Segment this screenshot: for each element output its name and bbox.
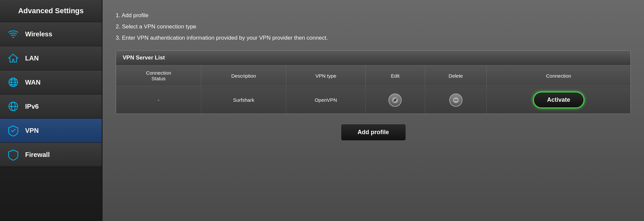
sidebar-item-label-firewall: Firewall xyxy=(25,151,50,159)
instruction-2: 2. Select a VPN connection type xyxy=(116,21,631,32)
cell-delete xyxy=(425,86,487,114)
add-profile-button[interactable]: Add profile xyxy=(341,124,406,141)
table-header-row: ConnectionStatus Description VPN type Ed… xyxy=(116,65,630,86)
cell-vpn-type: OpenVPN xyxy=(286,86,366,114)
table-row: - Surfshark OpenVPN xyxy=(116,86,630,114)
svg-point-0 xyxy=(13,37,14,38)
sidebar-item-label-wireless: Wireless xyxy=(25,30,52,38)
sidebar-item-vpn[interactable]: VPN xyxy=(0,119,102,143)
sidebar: Advanced Settings Wireless LAN xyxy=(0,0,102,221)
sidebar-item-label-wan: WAN xyxy=(25,79,41,86)
sidebar-item-lan[interactable]: LAN xyxy=(0,46,102,70)
svg-text:6: 6 xyxy=(11,105,13,108)
col-edit: Edit xyxy=(366,65,425,86)
activate-wrapper: Activate xyxy=(493,92,624,108)
col-description: Description xyxy=(201,65,286,86)
vpn-table-title: VPN Server List xyxy=(116,51,630,65)
sidebar-item-label-vpn: VPN xyxy=(25,127,39,134)
vpn-icon xyxy=(7,124,20,137)
sidebar-item-label-ipv6: IPv6 xyxy=(25,103,39,110)
wifi-icon xyxy=(7,27,20,41)
globe-icon xyxy=(7,76,20,89)
svg-point-11 xyxy=(395,99,396,100)
sidebar-title: Advanced Settings xyxy=(0,0,102,22)
col-connection-status: ConnectionStatus xyxy=(116,65,201,86)
sidebar-item-wireless[interactable]: Wireless xyxy=(0,22,102,46)
shield-icon xyxy=(7,148,20,161)
cell-status: - xyxy=(116,86,201,114)
sidebar-item-wan[interactable]: WAN xyxy=(0,70,102,94)
instruction-3: 3. Enter VPN authentication information … xyxy=(116,32,631,44)
instruction-1: 1. Add profile xyxy=(116,10,631,21)
vpn-server-list: VPN Server List ConnectionStatus Descrip… xyxy=(116,50,631,114)
instructions: 1. Add profile 2. Select a VPN connectio… xyxy=(116,10,631,44)
activate-button[interactable]: Activate xyxy=(533,92,584,108)
cell-connection: Activate xyxy=(487,86,630,114)
col-vpn-type: VPN type xyxy=(286,65,366,86)
cell-description: Surfshark xyxy=(201,86,286,114)
delete-button[interactable] xyxy=(449,93,463,107)
col-connection: Connection xyxy=(487,65,630,86)
sidebar-item-firewall[interactable]: Firewall xyxy=(0,143,102,167)
home-icon xyxy=(7,52,20,65)
sidebar-item-ipv6[interactable]: 6 IPv6 xyxy=(0,94,102,119)
edit-button[interactable] xyxy=(388,93,402,107)
ipv6-icon: 6 xyxy=(7,100,20,113)
vpn-table: ConnectionStatus Description VPN type Ed… xyxy=(116,65,630,114)
sidebar-item-label-lan: LAN xyxy=(25,55,39,62)
cell-edit xyxy=(366,86,425,114)
main-content: 1. Add profile 2. Select a VPN connectio… xyxy=(102,0,644,221)
col-delete: Delete xyxy=(425,65,487,86)
